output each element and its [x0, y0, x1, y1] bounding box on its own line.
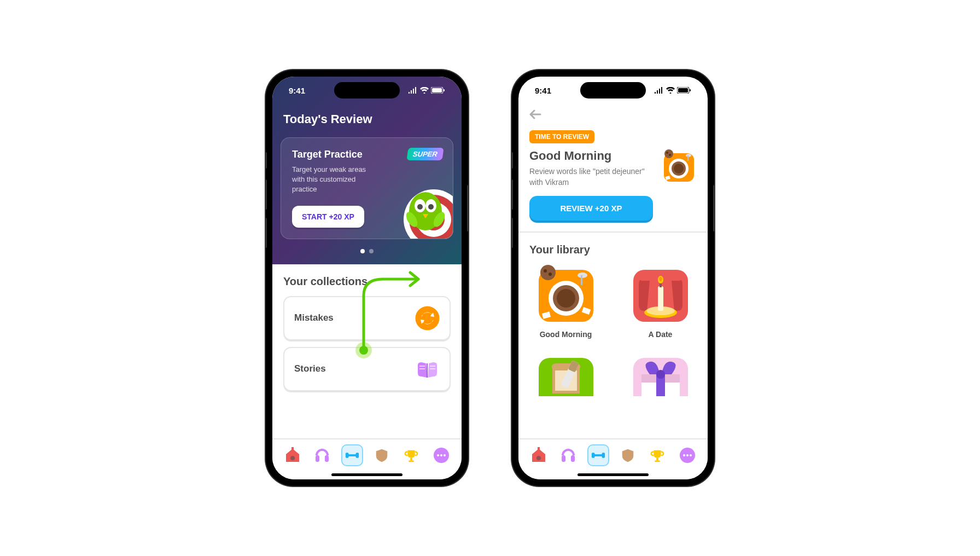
nav-home[interactable]: [282, 444, 304, 466]
svg-point-52: [544, 269, 547, 273]
svg-rect-45: [687, 155, 689, 161]
pagination-dot-active[interactable]: [360, 249, 365, 253]
svg-point-41: [664, 149, 673, 158]
page-title: Today's Review: [272, 104, 462, 137]
svg-rect-18: [430, 368, 435, 369]
svg-point-73: [536, 456, 541, 460]
pagination-dots: [272, 249, 462, 253]
nav-listen[interactable]: [557, 444, 579, 466]
review-description: Review words like "petit dejeuner" with …: [529, 166, 653, 188]
back-button[interactable]: [518, 104, 708, 128]
gift-thumb-icon: [631, 355, 691, 396]
status-time: 9:41: [535, 86, 551, 95]
svg-point-31: [444, 454, 446, 456]
svg-point-50: [557, 289, 575, 308]
signal-icon: [408, 86, 418, 95]
review-button[interactable]: REVIEW +20 XP: [529, 196, 653, 221]
collection-label: Mistakes: [294, 312, 334, 323]
svg-point-30: [440, 454, 442, 456]
svg-point-85: [690, 454, 692, 456]
svg-point-83: [683, 454, 685, 456]
svg-point-84: [686, 454, 689, 456]
nav-more[interactable]: [676, 444, 698, 466]
svg-point-64: [659, 277, 662, 281]
svg-rect-26: [411, 458, 413, 461]
svg-point-10: [417, 204, 423, 210]
library-item-gift[interactable]: [624, 355, 697, 402]
home-indicator: [578, 473, 649, 476]
battery-icon: [677, 86, 691, 95]
nav-shield[interactable]: [371, 444, 393, 466]
battery-icon: [431, 86, 445, 95]
svg-rect-21: [316, 455, 319, 462]
super-badge: SUPER: [407, 148, 444, 160]
svg-rect-81: [655, 460, 660, 462]
svg-point-40: [674, 164, 684, 173]
signal-icon: [654, 86, 664, 95]
svg-rect-1: [432, 88, 442, 92]
time-to-review-badge: TIME TO REVIEW: [529, 130, 594, 143]
svg-rect-17: [430, 366, 435, 367]
wifi-icon: [666, 86, 675, 95]
collection-label: Stories: [294, 363, 326, 374]
svg-rect-80: [657, 458, 659, 461]
notch: [334, 82, 400, 99]
svg-rect-20: [291, 447, 294, 451]
nav-trophy[interactable]: [646, 444, 668, 466]
svg-point-19: [290, 456, 295, 460]
mascot-icon: [393, 178, 453, 239]
practice-card[interactable]: SUPER Target Practice Target your weak a…: [281, 137, 453, 239]
svg-point-72: [656, 370, 665, 379]
review-title: Good Morning: [529, 149, 653, 163]
nav-listen[interactable]: [311, 444, 333, 466]
svg-point-43: [669, 154, 671, 156]
status-time: 9:41: [289, 86, 305, 95]
svg-point-53: [549, 273, 552, 276]
svg-rect-25: [347, 454, 357, 456]
nav-practice[interactable]: [341, 444, 363, 466]
phone-right: 9:41 TIME TO REVIEW Good Morning: [512, 70, 714, 486]
practice-description: Target your weak areas with this customi…: [292, 165, 375, 195]
svg-rect-22: [325, 455, 329, 462]
nav-more[interactable]: [430, 444, 452, 466]
library-item-good-morning[interactable]: Good Morning: [529, 264, 602, 339]
start-button[interactable]: START +20 XP: [292, 206, 364, 228]
wifi-icon: [420, 86, 429, 95]
nav-shield[interactable]: [617, 444, 639, 466]
home-indicator: [331, 473, 402, 476]
svg-point-29: [437, 454, 439, 456]
svg-point-42: [666, 152, 668, 154]
library-item-bread[interactable]: [529, 355, 602, 402]
svg-rect-74: [538, 447, 540, 451]
svg-point-51: [540, 265, 556, 280]
date-thumb-icon: [631, 264, 691, 325]
svg-rect-55: [581, 275, 582, 285]
svg-rect-79: [593, 454, 603, 456]
svg-rect-61: [658, 286, 663, 311]
library-title: Your library: [529, 244, 697, 256]
nav-trophy[interactable]: [400, 444, 422, 466]
coffee-icon: [661, 149, 697, 184]
svg-rect-27: [409, 460, 414, 462]
svg-rect-36: [690, 89, 691, 91]
nav-home[interactable]: [528, 444, 550, 466]
library-label: A Date: [624, 330, 697, 339]
coffee-thumb-icon: [536, 264, 596, 325]
svg-rect-75: [562, 455, 565, 462]
pagination-dot[interactable]: [369, 249, 374, 253]
library-item-a-date[interactable]: A Date: [624, 264, 697, 339]
nav-practice[interactable]: [587, 444, 609, 466]
library-label: Good Morning: [529, 330, 602, 339]
notch: [580, 82, 646, 99]
transition-arrow-icon: [355, 268, 427, 369]
svg-point-11: [428, 204, 434, 210]
svg-rect-76: [571, 455, 575, 462]
svg-rect-35: [678, 88, 688, 92]
svg-rect-2: [444, 89, 445, 91]
bread-thumb-icon: [536, 355, 596, 396]
